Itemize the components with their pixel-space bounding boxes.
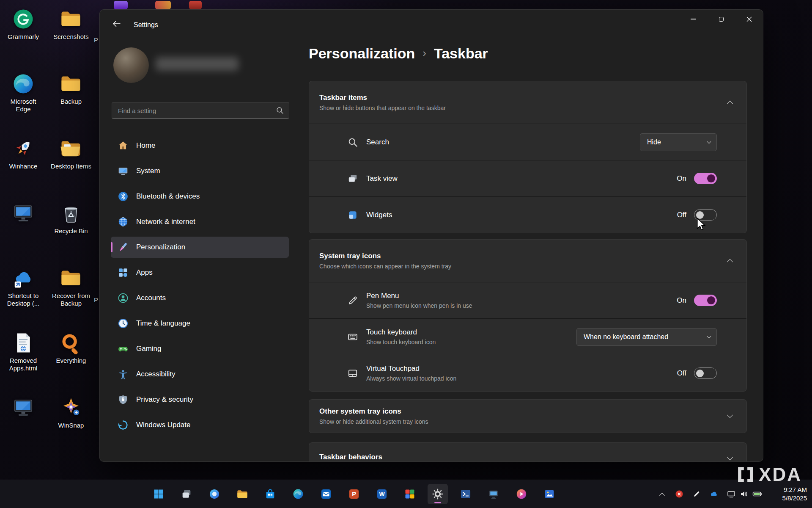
- pen-menu-row: Pen Menu Show pen menu icon when pen is …: [309, 282, 746, 318]
- back-button[interactable]: [107, 16, 125, 32]
- gaming-icon: [118, 343, 129, 354]
- tray-chevron-button[interactable]: [656, 486, 668, 502]
- folder-icon: [60, 72, 82, 95]
- settings-sidebar: Home System Bluetooth & devices Network …: [111, 135, 289, 440]
- user-name-redacted: [156, 57, 239, 71]
- battery-icon: [752, 490, 763, 498]
- sidebar-item-accessibility[interactable]: Accessibility: [111, 364, 289, 385]
- sidebar-item-network-internet[interactable]: Network & internet: [111, 211, 289, 232]
- desktop-icon-microsoft-edge[interactable]: Microsoft Edge: [2, 68, 44, 133]
- maximize-button[interactable]: [707, 10, 735, 28]
- taskbar-media-button[interactable]: [511, 484, 532, 504]
- close-icon: [746, 17, 752, 22]
- taskbar-copilot-button[interactable]: [204, 484, 225, 504]
- clock-date: 5/8/2025: [772, 494, 807, 502]
- tray-icon-onedrive[interactable]: [708, 486, 720, 502]
- desktop-icon-removed-apps[interactable]: Removed Apps.html: [2, 327, 44, 392]
- partial-desktop-icon: [155, 1, 171, 9]
- pen-menu-toggle[interactable]: [694, 295, 717, 306]
- sidebar-item-system[interactable]: System: [111, 160, 289, 182]
- partial-desktop-label: P: [94, 36, 98, 44]
- task-view-toggle[interactable]: [694, 173, 717, 184]
- taskbar-devmonitor-button[interactable]: [483, 484, 504, 504]
- taskbar: P W: [0, 480, 812, 508]
- taskbar-items-header[interactable]: Taskbar items Show or hide buttons that …: [309, 81, 746, 124]
- settings-search: [112, 102, 289, 119]
- desktop-icon-winhance[interactable]: Winhance: [2, 133, 44, 198]
- chevron-down-icon[interactable]: [727, 454, 733, 460]
- word-icon: W: [376, 488, 388, 500]
- sidebar-item-time-language[interactable]: Time & language: [111, 313, 289, 334]
- taskbar-behaviors-card[interactable]: Taskbar behaviors: [309, 442, 747, 462]
- sidebar-item-bluetooth-devices[interactable]: Bluetooth & devices: [111, 186, 289, 207]
- virtual-touchpad-toggle[interactable]: [694, 367, 717, 379]
- tray-icon-red-app[interactable]: [673, 486, 685, 502]
- desktop-icon-shortcut-to-desktop[interactable]: Shortcut to Desktop (...: [2, 262, 44, 327]
- desktop-icon-desktop-items[interactable]: Desktop Items: [50, 133, 92, 198]
- sidebar-item-windows-update[interactable]: Windows Update: [111, 414, 289, 436]
- desktop-icon-backup[interactable]: Backup: [50, 68, 92, 133]
- tray-icon-pen[interactable]: [691, 486, 702, 502]
- desktop-icon-everything[interactable]: Everything: [50, 327, 92, 392]
- desktop-icon-monitor-1[interactable]: [2, 198, 44, 262]
- desktop-icon-monitor-2[interactable]: [2, 392, 44, 457]
- minimize-icon: [691, 19, 696, 19]
- taskbar-outlook-button[interactable]: [316, 484, 336, 504]
- taskbar-store-button[interactable]: [260, 484, 280, 504]
- sidebar-item-apps[interactable]: Apps: [111, 262, 289, 283]
- home-icon: [118, 140, 129, 151]
- taskbar-word-button[interactable]: W: [372, 484, 392, 504]
- sidebar-item-personalization[interactable]: Personalization: [111, 237, 289, 258]
- taskbar-edge-button[interactable]: [288, 484, 308, 504]
- taskbar-settings-button[interactable]: [428, 484, 448, 504]
- desktop-icon-screenshots[interactable]: Screenshots: [50, 3, 92, 68]
- taskbar-photos-button[interactable]: [539, 484, 560, 504]
- desktop-icon-winsnap[interactable]: WinSnap: [50, 392, 92, 457]
- sidebar-item-privacy-security[interactable]: Privacy & security: [111, 389, 289, 410]
- chevron-down-icon[interactable]: [727, 412, 733, 418]
- taskbar-m365-button[interactable]: [400, 484, 420, 504]
- recycle-bin-icon: [60, 202, 82, 225]
- chevron-up-icon[interactable]: [727, 101, 733, 107]
- breadcrumb-separator-icon: ›: [422, 47, 426, 60]
- breadcrumb-parent[interactable]: Personalization: [309, 45, 415, 62]
- sidebar-item-home[interactable]: Home: [111, 135, 289, 156]
- desktop-icon-recover-from-backup[interactable]: Recover from Backup: [50, 262, 92, 327]
- desktop-icon-grammarly[interactable]: Grammarly: [2, 3, 44, 68]
- taskbar-start-button[interactable]: [148, 484, 169, 504]
- card-subtitle: Choose which icons can appear in the sys…: [319, 263, 451, 270]
- touch-keyboard-dropdown[interactable]: When no keyboard attached: [576, 328, 717, 346]
- powershell-icon: [460, 488, 472, 500]
- virtual-touchpad-row: Virtual Touchpad Always show virtual tou…: [309, 355, 746, 391]
- taskbar-taskview-button[interactable]: [176, 484, 197, 504]
- tray-status-group[interactable]: [725, 490, 764, 498]
- personalization-icon: [118, 242, 129, 253]
- user-avatar[interactable]: [113, 47, 149, 83]
- breadcrumb-current: Taskbar: [434, 45, 488, 62]
- tray-clock[interactable]: 9:27 AM 5/8/2025: [772, 486, 807, 503]
- taskbar-powerpoint-button[interactable]: P: [344, 484, 364, 504]
- apps-icon: [118, 267, 129, 278]
- taskbar-fileexplorer-button[interactable]: [232, 484, 252, 504]
- search-visibility-dropdown[interactable]: Hide: [640, 133, 717, 151]
- other-system-tray-icons-card[interactable]: Other system tray icons Show or hide add…: [309, 399, 747, 433]
- xda-logo-icon: [737, 466, 754, 483]
- minimize-button[interactable]: [679, 10, 707, 28]
- desktop-icon-recycle-bin[interactable]: Recycle Bin: [50, 198, 92, 262]
- system-tray-header[interactable]: System tray icons Choose which icons can…: [309, 240, 746, 282]
- search-input[interactable]: [112, 102, 289, 119]
- sidebar-item-gaming[interactable]: Gaming: [111, 338, 289, 359]
- close-button[interactable]: [735, 10, 763, 28]
- microsoft-365-icon: [404, 488, 416, 500]
- svg-text:P: P: [352, 491, 356, 497]
- network-icon: [118, 216, 129, 227]
- sidebar-item-accounts[interactable]: Accounts: [111, 287, 289, 309]
- chevron-up-icon[interactable]: [727, 259, 733, 265]
- maximize-icon: [719, 17, 724, 22]
- card-title: Taskbar behaviors: [319, 453, 382, 461]
- svg-text:W: W: [379, 491, 385, 497]
- breadcrumb: Personalization › Taskbar: [309, 45, 488, 62]
- clock-time: 9:27 AM: [772, 486, 807, 494]
- taskbar-powershell-button[interactable]: [455, 484, 476, 504]
- system-icon: [118, 166, 129, 177]
